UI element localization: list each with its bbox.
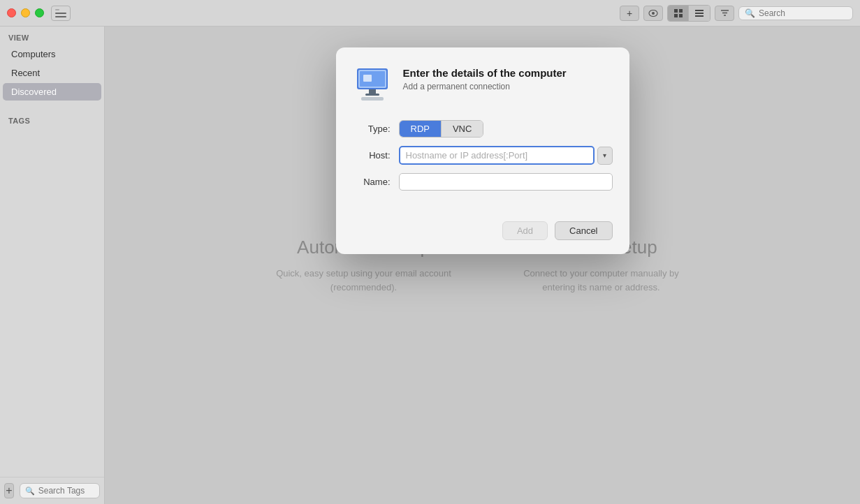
host-input[interactable]: [399, 146, 595, 165]
svg-rect-3: [679, 9, 683, 13]
chevron-down-icon: ▾: [603, 151, 606, 159]
grid-view-button[interactable]: [668, 6, 689, 21]
sidebar-toggle-button[interactable]: [51, 6, 71, 21]
sidebar-bottom: + 🔍: [0, 477, 104, 504]
cancel-button[interactable]: Cancel: [555, 221, 612, 240]
type-buttons: RDP VNC: [399, 120, 484, 138]
type-label: Type:: [353, 124, 391, 134]
name-label: Name:: [353, 177, 391, 187]
type-row: Type: RDP VNC: [353, 120, 613, 138]
add-computer-modal: Enter the details of the computer Add a …: [336, 47, 629, 254]
modal-overlay: Enter the details of the computer Add a …: [105, 27, 860, 504]
host-row: Host: ▾: [353, 146, 613, 165]
list-view-button[interactable]: [689, 6, 710, 21]
svg-point-1: [652, 12, 655, 15]
tags-section: TAGS: [0, 110, 104, 128]
search-input[interactable]: [759, 8, 847, 18]
host-control: ▾: [399, 146, 613, 165]
view-toggle-group: [667, 5, 710, 22]
sidebar-item-recent[interactable]: Recent: [3, 64, 101, 82]
view-button[interactable]: [643, 6, 663, 21]
traffic-lights: [7, 8, 44, 17]
close-button[interactable]: [7, 8, 16, 17]
minimize-button[interactable]: [21, 8, 30, 17]
host-dropdown-button[interactable]: ▾: [597, 147, 613, 165]
add-button[interactable]: Add: [502, 221, 548, 240]
modal-header: Enter the details of the computer Add a …: [336, 47, 629, 114]
search-tags-bar[interactable]: 🔍: [20, 483, 100, 498]
rdp-button[interactable]: RDP: [400, 121, 442, 137]
main-layout: VIEW Computers Recent Discovered TAGS + …: [0, 27, 860, 504]
sidebar-item-computers[interactable]: Computers: [3, 45, 101, 63]
view-section-label: VIEW: [0, 27, 104, 45]
modal-footer: Add Cancel: [336, 213, 629, 254]
search-bar[interactable]: 🔍: [738, 6, 853, 20]
type-control: RDP VNC: [399, 120, 613, 138]
filter-button[interactable]: [715, 6, 734, 21]
modal-body: Type: RDP VNC Host:: [336, 114, 629, 213]
name-control: [399, 173, 613, 191]
vnc-button[interactable]: VNC: [442, 121, 483, 137]
computer-icon: [353, 64, 392, 103]
svg-rect-8: [695, 15, 704, 17]
svg-rect-7: [695, 13, 704, 14]
plus-icon: +: [627, 8, 632, 19]
tags-section-label: TAGS: [0, 110, 104, 128]
name-row: Name:: [353, 173, 613, 191]
maximize-button[interactable]: [35, 8, 44, 17]
svg-rect-17: [365, 94, 379, 96]
svg-rect-16: [369, 89, 376, 94]
filter-icon: [720, 8, 729, 19]
svg-rect-4: [674, 14, 678, 17]
sidebar-toggle-icon: [55, 9, 66, 17]
eye-icon: [648, 8, 658, 19]
search-icon: 🔍: [745, 8, 755, 18]
sidebar: VIEW Computers Recent Discovered TAGS + …: [0, 27, 105, 504]
svg-rect-5: [679, 14, 683, 17]
add-connection-button[interactable]: +: [620, 6, 639, 21]
svg-rect-6: [695, 10, 704, 11]
main-content: Automatic Setup Quick, easy setup using …: [105, 27, 860, 504]
svg-rect-15: [363, 75, 372, 82]
titlebar-actions: +: [620, 5, 853, 22]
modal-subtitle: Add a permanent connection: [403, 82, 567, 91]
host-label: Host:: [353, 150, 391, 161]
modal-title: Enter the details of the computer: [403, 67, 567, 79]
name-input[interactable]: [399, 173, 613, 191]
titlebar: +: [0, 0, 860, 27]
svg-rect-2: [674, 9, 678, 13]
search-tags-input[interactable]: [38, 486, 94, 496]
sidebar-item-discovered[interactable]: Discovered: [3, 83, 101, 101]
svg-rect-18: [361, 97, 384, 101]
modal-title-section: Enter the details of the computer Add a …: [403, 64, 567, 91]
search-tags-icon: 🔍: [25, 487, 35, 496]
add-tag-button[interactable]: +: [4, 483, 14, 498]
